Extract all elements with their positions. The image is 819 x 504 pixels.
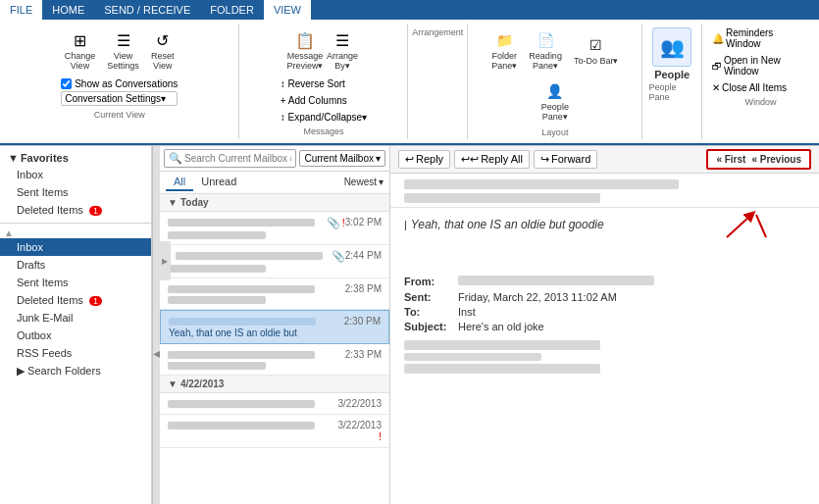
message-list: ▼ Today 3:02 PM 📎 ! <box>160 194 389 504</box>
tab-send-receive[interactable]: SEND / RECEIVE <box>94 0 200 20</box>
sort-icon: ▾ <box>379 176 384 187</box>
message-item-content <box>168 420 338 429</box>
selected-message-content <box>169 316 344 326</box>
forward-button[interactable]: ↪ Forward <box>534 150 597 169</box>
people-pane-large-button[interactable]: 👥 <box>652 27 691 67</box>
search-input[interactable] <box>184 153 291 164</box>
sidebar-item-rss[interactable]: RSS Feeds <box>0 344 151 362</box>
close-all-items-button[interactable]: ✕ Close All Items <box>708 80 791 95</box>
message-item[interactable]: 2:33 PM <box>160 344 389 376</box>
message-preview-button[interactable]: 📋 MessagePreview▾ <box>287 25 323 75</box>
tab-view[interactable]: VIEW <box>264 0 311 20</box>
from-value-blurred <box>458 276 654 285</box>
people-pane-group-label: People Pane <box>648 82 695 102</box>
folder-pane-button[interactable]: 📁 FolderPane▾ <box>486 25 522 75</box>
view-settings-button[interactable]: ☰ ViewSettings <box>102 25 144 75</box>
reading-pane: ↩ Reply ↩↩ Reply All ↪ Forward « First «… <box>390 146 819 504</box>
nav-first-button[interactable]: « First <box>716 154 745 165</box>
message-time: 2:38 PM <box>345 283 382 294</box>
to-row: To: Inst <box>404 306 805 318</box>
message-item[interactable]: 2:38 PM <box>160 278 389 310</box>
sidebar-item-drafts[interactable]: Drafts <box>0 256 151 274</box>
reply-label: Reply <box>416 153 443 165</box>
add-columns-button[interactable]: + Add Columns <box>277 93 371 108</box>
search-icon: 🔍 <box>169 152 182 165</box>
flag-icon: ! <box>379 430 382 442</box>
reading-pane-icon: 📄 <box>534 28 557 52</box>
sidebar-item-sent[interactable]: Sent Items <box>0 274 151 291</box>
window-label: Window <box>744 97 776 107</box>
mailbox-selector[interactable]: Current Mailbox ▾ <box>299 150 385 167</box>
reset-view-button[interactable]: ↺ ResetView <box>146 25 179 75</box>
sidebar-item-inbox-fav[interactable]: Inbox <box>0 166 151 183</box>
message-item[interactable]: 3/22/2013 <box>160 393 389 415</box>
sidebar-item-junk[interactable]: Junk E-Mail <box>0 309 151 327</box>
reading-meta: From: Sent: Friday, March 22, 2013 11:02… <box>404 273 805 332</box>
message-time: 3/22/2013 <box>338 398 383 409</box>
favorites-label: Favorites <box>21 152 69 164</box>
favorites-header[interactable]: ▼ Favorites <box>0 150 151 166</box>
message-preview-blurred <box>168 362 266 370</box>
tab-folder[interactable]: FOLDER <box>200 0 264 20</box>
sidebar-item-sent-fav[interactable]: Sent Items <box>0 183 151 201</box>
sidebar-item-deleted[interactable]: Deleted Items 1 <box>0 291 151 309</box>
show-as-conversations-checkbox[interactable]: Show as Conversations <box>61 78 178 89</box>
expand-indicator: ▶ <box>160 241 171 280</box>
selected-message-item[interactable]: 2:30 PM Yeah, that one IS an oldie but <box>160 310 389 344</box>
nav-previous-button[interactable]: « Previous <box>751 154 801 165</box>
reply-button[interactable]: ↩ Reply <box>398 150 450 169</box>
sort-label: Newest <box>344 176 377 187</box>
message-item[interactable]: 3/22/2013 ! <box>160 415 389 448</box>
sidebar-item-search[interactable]: ▶ Search Folders <box>0 362 151 380</box>
sender-name-blurred <box>169 318 316 326</box>
show-as-conversations-input[interactable] <box>61 78 72 89</box>
sender-name-blurred <box>168 400 315 408</box>
people-pane-button[interactable]: 👤 PeoplePane▾ <box>537 76 574 126</box>
message-item-row: 2:33 PM <box>168 349 382 360</box>
reset-view-label: ResetView <box>151 52 175 72</box>
sidebar-account-label: ▲ <box>0 226 151 238</box>
people-pane-large-icon: 👥 <box>660 35 685 59</box>
reminders-window-button[interactable]: 🔔 Reminders Window <box>708 25 813 51</box>
people-pane-label: PeoplePane▾ <box>541 103 569 123</box>
message-item[interactable]: 3:02 PM 📎 ! <box>160 212 389 245</box>
filter-unread-tab[interactable]: Unread <box>193 174 244 191</box>
reply-all-button[interactable]: ↩↩ Reply All <box>454 150 530 169</box>
search-box[interactable]: 🔍 <box>164 149 296 168</box>
conversation-settings-dropdown[interactable]: Conversation Settings▾ <box>61 91 178 106</box>
message-item-row: 2:38 PM <box>168 283 382 294</box>
view-settings-icon: ☰ <box>112 28 135 52</box>
open-new-window-button[interactable]: 🗗 Open in New Window <box>708 53 813 78</box>
reading-pane-button[interactable]: 📄 ReadingPane▾ <box>524 25 567 75</box>
sidebar-collapse-handle[interactable]: ◀ <box>152 146 160 504</box>
message-time: 2:44 PM <box>345 250 382 261</box>
filter-all-tab[interactable]: All <box>166 174 193 191</box>
message-item-row: 3/22/2013 ! <box>168 420 382 442</box>
sidebar-item-deleted-fav[interactable]: Deleted Items 1 <box>0 201 151 219</box>
to-do-bar-button[interactable]: ☑ To-Do Bar▾ <box>569 30 624 70</box>
message-item-meta: 3/22/2013 ! <box>338 420 383 442</box>
tab-file[interactable]: FILE <box>0 0 42 20</box>
ribbon-group-messages: 📋 MessagePreview▾ ☰ ArrangeBy▾ ↕ Reverse… <box>239 24 408 139</box>
filter-sort[interactable]: Newest ▾ <box>344 176 384 187</box>
expand-collapse-button[interactable]: ↕ Expand/Collapse▾ <box>277 110 371 125</box>
message-time: 3/22/2013 <box>338 420 383 430</box>
sidebar-item-inbox[interactable]: Inbox <box>0 238 151 256</box>
sent-row: Sent: Friday, March 22, 2013 11:02 AM <box>404 291 805 303</box>
ribbon-body: ⊞ ChangeView ☰ ViewSettings ↺ ResetView … <box>0 20 819 145</box>
reading-nav-area: « First « Previous <box>706 149 811 170</box>
from-label: From: <box>404 276 458 287</box>
people-pane-icon: 👤 <box>543 79 567 103</box>
arrange-by-label: ArrangeBy▾ <box>327 52 358 72</box>
change-view-button[interactable]: ⊞ ChangeView <box>60 25 101 75</box>
to-value: Inst <box>458 306 476 318</box>
arrange-by-button[interactable]: ☰ ArrangeBy▾ <box>325 25 360 75</box>
sidebar-item-outbox[interactable]: Outbox <box>0 327 151 344</box>
reading-body: | Yeah, that one IS an oldie but goodie <box>390 208 819 504</box>
tab-home[interactable]: HOME <box>42 0 94 20</box>
deleted-fav-badge: 1 <box>89 206 102 216</box>
collapse-today-icon: ▼ <box>168 197 178 208</box>
message-item[interactable]: ▶ 2:44 PM 📎 <box>160 245 389 278</box>
to-do-bar-icon: ☑ <box>585 33 608 57</box>
reverse-sort-button[interactable]: ↕ Reverse Sort <box>277 76 371 91</box>
